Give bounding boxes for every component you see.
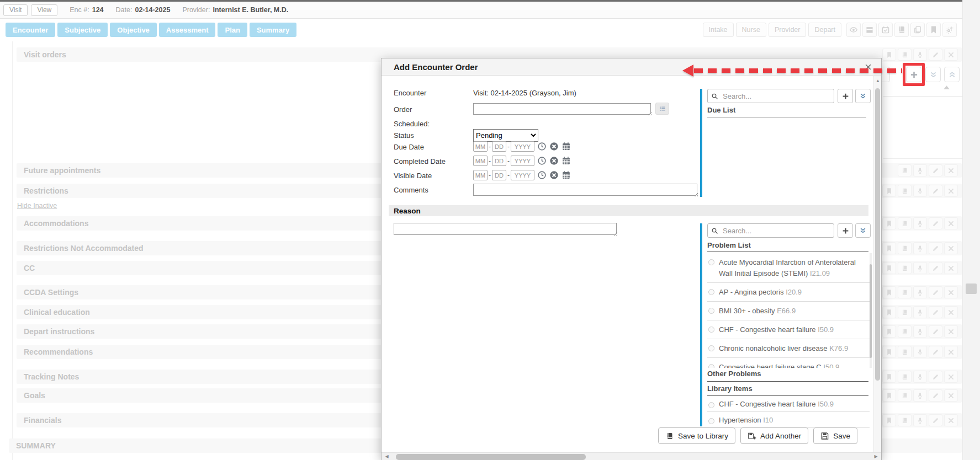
- section-mic-button[interactable]: [913, 217, 927, 229]
- section-book-button[interactable]: [898, 414, 912, 426]
- section-pencil-button[interactable]: [929, 346, 942, 358]
- scroll-up-arrow[interactable]: ▲: [874, 77, 882, 85]
- section-book-button[interactable]: [898, 306, 912, 318]
- section-mic-button[interactable]: [913, 286, 927, 298]
- dialog-vscroll-thumb[interactable]: [875, 88, 880, 381]
- section-mic-button[interactable]: [913, 164, 927, 176]
- due-date-clear-button[interactable]: [549, 142, 559, 152]
- visible-date-dd-input[interactable]: DD: [492, 170, 506, 180]
- dialog-header[interactable]: Add Encounter Order: [382, 58, 881, 76]
- section-pencil-button[interactable]: [929, 286, 942, 298]
- visible-date-calendar-button[interactable]: [561, 170, 571, 180]
- section-pencil-button[interactable]: [929, 371, 942, 383]
- stage-button-intake[interactable]: Intake: [703, 23, 734, 37]
- section-bookmark-button[interactable]: [882, 242, 896, 254]
- dialog-horizontal-scrollbar[interactable]: ◀ ▶: [382, 452, 881, 460]
- section-book-button[interactable]: [898, 242, 912, 254]
- problem-list-item[interactable]: CHF - Congestive heart failure I50.9: [707, 320, 870, 339]
- section-bookmark-button[interactable]: [882, 346, 896, 358]
- tab-encounter[interactable]: Encounter: [6, 23, 55, 37]
- scroll-left-arrow[interactable]: ◀: [383, 453, 391, 460]
- reason-input[interactable]: [394, 223, 617, 235]
- section-x-button[interactable]: [944, 389, 958, 402]
- library-list-item[interactable]: CHF - Congestive heart failure I50.9: [707, 396, 870, 412]
- comments-input[interactable]: [473, 184, 697, 196]
- section-book-button[interactable]: [898, 164, 912, 176]
- section-mic-button[interactable]: [913, 262, 927, 274]
- section-pencil-button[interactable]: [929, 164, 942, 176]
- section-bookmark-button[interactable]: [882, 49, 896, 61]
- page-scrollbar-thumb[interactable]: [966, 284, 977, 294]
- section-pencil-button[interactable]: [929, 414, 942, 426]
- due-date-mm-input[interactable]: MM: [473, 141, 488, 152]
- resize-handle[interactable]: [613, 231, 617, 236]
- stage-button-nurse[interactable]: Nurse: [736, 23, 766, 37]
- section-mic-button[interactable]: [913, 242, 927, 254]
- section-pencil-button[interactable]: [929, 389, 942, 402]
- completed-date-yyyy-input[interactable]: YYYY: [511, 156, 534, 166]
- section-pencil-button[interactable]: [929, 262, 942, 274]
- problem-add-button[interactable]: [838, 223, 853, 238]
- problem-list-item[interactable]: Congestive heart failure stage C I50.9: [707, 358, 870, 368]
- save-to-library-button[interactable]: Save to Library: [658, 427, 735, 444]
- status-select[interactable]: Pending: [473, 129, 538, 142]
- completed-date-clock-button[interactable]: [537, 156, 547, 166]
- section-x-button[interactable]: [944, 262, 958, 274]
- section-pencil-button[interactable]: [929, 306, 942, 318]
- problem-expand-button[interactable]: [855, 223, 871, 238]
- order-input[interactable]: [473, 103, 651, 115]
- section-bookmark-button[interactable]: [882, 262, 896, 274]
- due-date-calendar-button[interactable]: [561, 142, 571, 152]
- tab-summary[interactable]: Summary: [250, 23, 296, 37]
- completed-date-calendar-button[interactable]: [561, 156, 571, 166]
- visible-date-clock-button[interactable]: [537, 170, 547, 180]
- section-book-button[interactable]: [898, 262, 912, 274]
- dialog-hscroll-thumb[interactable]: [396, 454, 586, 460]
- section-x-button[interactable]: [944, 242, 958, 254]
- toolbar-bookmark-button[interactable]: [926, 23, 941, 37]
- toolbar-copy-button[interactable]: [910, 23, 925, 37]
- section-mic-button[interactable]: [913, 325, 927, 338]
- completed-date-mm-input[interactable]: MM: [473, 156, 488, 166]
- section-x-button[interactable]: [944, 346, 958, 358]
- section-bookmark-button[interactable]: [882, 217, 896, 229]
- hide-inactive-link[interactable]: Hide Inactive: [17, 202, 57, 210]
- section-mic-button[interactable]: [913, 346, 927, 358]
- section-book-button[interactable]: [898, 346, 912, 358]
- toolbar-book-button[interactable]: [894, 23, 909, 37]
- section-x-button[interactable]: [944, 325, 958, 338]
- stage-button-provider[interactable]: Provider: [769, 23, 807, 37]
- section-pencil-button[interactable]: [929, 49, 942, 61]
- due-date-clock-button[interactable]: [537, 142, 547, 152]
- section-mic-button[interactable]: [913, 306, 927, 318]
- section-bookmark-button[interactable]: [882, 325, 896, 338]
- section-x-button[interactable]: [944, 286, 958, 298]
- due-search-input[interactable]: [722, 92, 834, 101]
- section-bookmark-button[interactable]: [882, 306, 896, 318]
- section-x-button[interactable]: [944, 164, 958, 176]
- problem-search-input[interactable]: [722, 226, 834, 236]
- problem-list-scrollbar-thumb[interactable]: [870, 264, 872, 358]
- section-pencil-button[interactable]: [929, 217, 942, 229]
- section-mic-button[interactable]: [913, 414, 927, 426]
- toolbar-calendar-check-button[interactable]: [878, 23, 893, 37]
- tab-objective[interactable]: Objective: [110, 23, 157, 37]
- completed-date-clear-button[interactable]: [549, 156, 559, 166]
- toolbar-gears-button[interactable]: [942, 23, 957, 37]
- save-button[interactable]: Save: [813, 427, 857, 444]
- problem-list-item[interactable]: BMI 30+ - obesity E66.9: [707, 302, 870, 320]
- section-book-button[interactable]: [898, 49, 912, 61]
- section-book-button[interactable]: [898, 217, 912, 229]
- completed-date-dd-input[interactable]: DD: [492, 156, 506, 166]
- section-pencil-button[interactable]: [929, 185, 942, 197]
- tab-subjective[interactable]: Subjective: [57, 23, 108, 37]
- due-add-button[interactable]: [838, 89, 853, 103]
- toolbar-archive-button[interactable]: [862, 23, 877, 37]
- section-pencil-button[interactable]: [929, 242, 942, 254]
- library-list-item[interactable]: Hypertension I10: [707, 412, 870, 428]
- stage-button-depart[interactable]: Depart: [808, 23, 841, 37]
- problem-list-item[interactable]: Acute Myocardial Infarction of Anterolat…: [707, 253, 870, 283]
- collapse-all-button[interactable]: [944, 67, 960, 82]
- section-x-button[interactable]: [944, 371, 958, 383]
- due-date-dd-input[interactable]: DD: [492, 141, 506, 152]
